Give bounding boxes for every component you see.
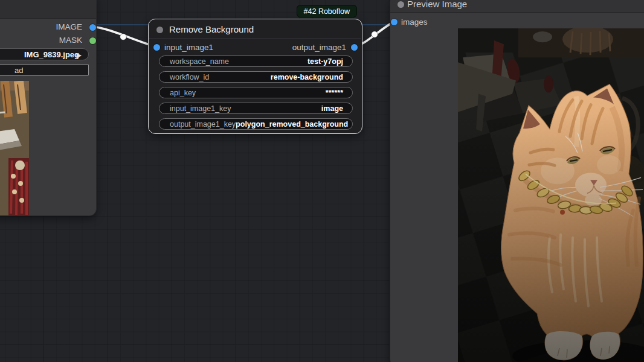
preview-image-node[interactable]: Preview Image images [390,0,644,362]
mask-output-port[interactable] [89,37,96,44]
widget-label: workflow_id [170,73,209,81]
image-filename-combo[interactable]: IMG_9839.jpeg ▶ [0,48,89,60]
load-image-titlebar[interactable] [0,0,96,19]
input-image1-label: input_image1 [164,43,213,52]
widget-label: api_key [170,89,196,97]
widget-input-image1-key[interactable]: input_image1_key image [159,103,353,114]
output-image1-port[interactable] [351,44,358,51]
widget-workflow-id[interactable]: workflow_id remove-background [159,71,353,83]
link-midpoint-dot [120,34,127,40]
images-input-label: images [401,17,428,27]
combo-next-arrow-icon[interactable]: ▶ [77,51,82,59]
mask-output-label: MASK [59,36,82,45]
widget-label: output_image1_key [170,120,236,129]
upload-button-label: ad [14,66,23,75]
title-divider [149,38,361,39]
node-title: Preview Image [407,0,467,9]
image-output-port[interactable] [89,24,96,31]
node-id-badge: #42 Roboflow [297,5,357,17]
node-graph-canvas[interactable]: IMAGE MASK IMG_9839.jpeg ▶ ad [0,0,644,362]
collapse-dot-icon[interactable] [156,27,163,33]
widget-value: remove-background [271,73,343,81]
node-title: Remove Background [169,24,254,34]
loaded-image-thumbnail [0,81,29,215]
collapse-dot-icon[interactable] [398,1,404,8]
remove-background-node[interactable]: #42 Roboflow Remove Background input_ima… [148,19,362,134]
images-input-port[interactable] [391,19,398,25]
widget-workspace-name[interactable]: workspace_name test-y7opj [159,56,353,67]
widget-api-key[interactable]: api_key ****** [159,87,353,98]
widget-output-image1-key[interactable]: output_image1_key polygon_removed_backgr… [159,118,353,130]
widget-value: test-y7opj [308,57,343,66]
widget-label: workspace_name [170,57,229,66]
widget-value: polygon_removed_background [236,120,348,129]
widget-value: image [321,104,343,113]
widget-label: input_image1_key [170,104,231,113]
load-image-node[interactable]: IMAGE MASK IMG_9839.jpeg ▶ ad [0,0,97,216]
preview-image-cat[interactable] [458,28,644,362]
link-midpoint-dot [372,31,378,38]
upload-button[interactable]: ad [0,64,89,76]
output-image1-label: output_image1 [292,43,346,52]
input-image1-port[interactable] [153,44,160,51]
image-output-label: IMAGE [56,22,82,31]
image-filename-value: IMG_9839.jpeg [24,50,79,59]
widget-value: ****** [326,89,343,97]
